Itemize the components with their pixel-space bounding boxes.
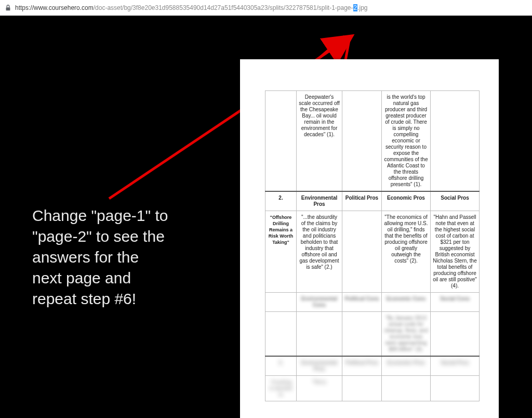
instruction-text: Change "page-1" to "page-2" to see the a… [32,205,168,309]
table-row: "Offshore Drilling Remains a Risk Worth … [265,211,480,293]
col-header: Economic Pros [382,356,431,376]
col-header: Political Pros [342,191,382,211]
content-table: Deepwater's scale occurred off the Chesa… [265,90,480,401]
col-header: Environmental Cons [297,293,342,312]
lock-icon [5,4,11,11]
url-text[interactable]: https://www.coursehero.com/doc-asset/bg/… [15,4,368,11]
col-header: Social Pros [431,191,480,211]
table-row: 2. Environmental Pros Political Pros Eco… [265,191,480,211]
cell: Deepwater's scale occurred off the Chesa… [297,91,342,192]
col-header: Economic Cons [382,293,431,312]
col-header: Environmental Pros [297,191,342,211]
document-page: Deepwater's scale occurred off the Chesa… [240,59,499,418]
table-row: Deepwater's scale occurred off the Chesa… [265,91,480,192]
cell: is the world's top natural gas producer … [382,91,431,192]
svg-rect-0 [6,7,10,10]
row-label: "Offshore Drilling Remains a Risk Worth … [265,211,297,293]
cell: "Many [297,376,342,401]
table-row: 3. Environmental Pros Political Pros Eco… [265,356,480,376]
cell: "The economics of allowing more U.S. oil… [382,211,431,293]
cell: "...the absurdity of the claims by the o… [297,211,342,293]
col-header: Political Pros [342,356,382,376]
col-header: Environmental Pros [297,356,342,376]
col-header: Economic Pros [382,191,431,211]
cell: "By January 2013 actual costs for cleanu… [382,312,431,357]
col-header: Social Pros [431,356,480,376]
row-number: 3. [265,356,297,376]
table-row: "Fracking is Harmful to "Many [265,376,480,401]
table-row: Environmental Cons Political Cons Econom… [265,293,480,312]
address-bar[interactable]: https://www.coursehero.com/doc-asset/bg/… [0,0,532,16]
cell: "Hahn and Passell note that even at the … [431,211,480,293]
row-label: "Fracking is Harmful to [265,376,297,401]
col-header: Social Cons [431,293,480,312]
col-header: Political Cons [342,293,382,312]
row-number: 2. [265,191,297,211]
table-row: "By January 2013 actual costs for cleanu… [265,312,480,357]
content-area: Change "page-1" to "page-2" to see the a… [0,16,532,418]
